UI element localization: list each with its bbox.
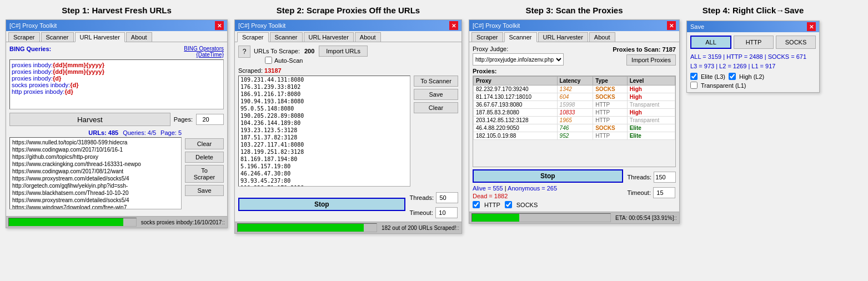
table-row: 46.4.88.220:9050 746 SOCKS Elite xyxy=(474,124,675,132)
step2-titlebar: [C#] Proxy Toolkit ✕ xyxy=(235,20,461,31)
step3-timeout-row: Timeout: xyxy=(628,187,676,198)
step1-url-list[interactable]: https://www.nulled.to/topic/318980-599:h… xyxy=(9,137,182,209)
tab-scanner-1[interactable]: Scanner xyxy=(41,32,74,42)
tab-about-2[interactable]: About xyxy=(355,32,381,42)
step3-resize-grip: :: xyxy=(674,215,677,221)
to-scraper-button[interactable]: To Scraper xyxy=(185,165,224,183)
transparent-filter-checkbox[interactable] xyxy=(690,82,698,89)
stop-button-2[interactable]: Stop xyxy=(238,198,405,211)
step2-main: 109.231.44.131:8080 176.31.239.33:8102 1… xyxy=(238,76,458,187)
http-checkbox[interactable] xyxy=(473,201,480,208)
save-http-button[interactable]: HTTP xyxy=(734,36,774,49)
delete-button[interactable]: Delete xyxy=(185,152,224,163)
scraped-count: 13187 xyxy=(264,67,282,74)
step2-threads-row: Threads: xyxy=(410,192,458,203)
timeout-input-3[interactable] xyxy=(653,187,675,198)
step2-container: Step 2: Scrape Proxies Off the URLs [C#]… xyxy=(234,6,462,234)
step3-bottom: Stop Alive = 555 | Anonymous = 265 Dead … xyxy=(473,169,676,208)
datetime-link[interactable]: {DateTime} xyxy=(196,52,224,58)
elite-filter-checkbox[interactable] xyxy=(690,73,698,80)
save-button-1[interactable]: Save xyxy=(185,185,224,196)
step1-actions: Clear Delete To Scraper Save xyxy=(185,138,224,213)
queries-label: BING Queries: xyxy=(9,46,51,52)
clear-button-2[interactable]: Clear xyxy=(414,102,458,113)
protocol-checkboxes: HTTP SOCKS xyxy=(473,201,623,208)
save-all-button[interactable]: ALL xyxy=(690,36,731,49)
step1-queries-header: BING Queries: BING Operators {DateTime} xyxy=(9,46,224,58)
step1-statusbar: socks proxies inbody:16/10/2017 :: xyxy=(6,216,227,228)
step1-resize-grip: :: xyxy=(222,219,225,225)
alive-stat: Alive = 555 xyxy=(473,185,503,192)
step4-close-btn[interactable]: ✕ xyxy=(807,22,816,31)
proxies-to-scan: Proxies to Scan: 7187 xyxy=(613,46,676,53)
step4-window-title: Save xyxy=(690,23,704,30)
list-item: 95.0.55.148:8080 xyxy=(239,105,410,112)
tab-scraper-3[interactable]: Scraper xyxy=(471,32,503,42)
step2-timeout-row: Timeout: xyxy=(410,207,458,218)
save-socks-button[interactable]: SOCKS xyxy=(776,36,816,49)
step1-progress-container xyxy=(8,218,137,227)
import-proxies-button[interactable]: Import Proxies xyxy=(626,54,676,66)
threads-input-3[interactable] xyxy=(654,172,676,183)
step2-proxy-list[interactable]: 109.231.44.131:8080 176.31.239.33:8102 1… xyxy=(238,76,410,187)
list-item: 186.91.216.17:8080 xyxy=(239,91,410,98)
transparent-filter-label: Transparent (L1) xyxy=(701,82,746,89)
tab-url-harvester-1[interactable]: URL Harvester xyxy=(75,32,125,42)
save-button-2[interactable]: Save xyxy=(414,89,458,100)
step1-queries-box[interactable]: proxies inbody:{dd}{mmm}{yyyy} proxies i… xyxy=(9,59,224,109)
urls-to-scrape-row: URLs To Scrape: 200 Import URLs xyxy=(254,46,458,57)
stop-button-3[interactable]: Stop xyxy=(473,169,623,183)
step3-titlebar: [C#] Proxy Toolkit ✕ xyxy=(469,20,679,31)
step3-left: Stop Alive = 555 | Anonymous = 265 Dead … xyxy=(473,169,623,208)
step2-actions-col: To Scanner Save Clear xyxy=(414,76,458,187)
list-item: https://www.crackingking.com/thread-1633… xyxy=(11,160,180,168)
to-scanner-button[interactable]: To Scanner xyxy=(414,76,458,87)
list-item: https://www.windows7download.com/free-wi… xyxy=(11,204,180,209)
auto-scan-checkbox[interactable] xyxy=(265,57,272,64)
query-item-1: proxies inbody:{dd}{mmm}{yyyy} xyxy=(12,62,222,68)
timeout-input-2[interactable] xyxy=(435,207,458,218)
step3-statusbar: ETA: 00:05:54 [33.91%] :: xyxy=(469,212,679,223)
bing-operators-link[interactable]: BING Operators xyxy=(184,46,224,52)
socks-checkbox[interactable] xyxy=(505,201,512,208)
col-type: Type xyxy=(593,77,628,86)
elite-filter-label: Elite (L3) xyxy=(701,73,725,80)
question-button[interactable]: ? xyxy=(238,46,250,58)
tab-scraper-2[interactable]: Scraper xyxy=(237,32,269,42)
import-urls-button[interactable]: Import URLs xyxy=(319,46,368,57)
tab-scraper-1[interactable]: Scraper xyxy=(8,32,40,42)
step1-status-text: socks proxies inbody:16/10/2017 xyxy=(141,219,222,225)
dead-stat-row: Dead = 1882 xyxy=(473,193,623,199)
step1-window-title: [C#] Proxy Toolkit xyxy=(9,22,57,29)
harvest-button[interactable]: Harvest xyxy=(9,113,170,126)
step2-progress-container xyxy=(237,223,377,232)
step2-close-btn[interactable]: ✕ xyxy=(449,21,458,30)
threads-input-2[interactable] xyxy=(436,192,458,203)
step3-close-btn[interactable]: ✕ xyxy=(667,21,676,30)
scraped-row: Scraped: 13187 xyxy=(238,67,458,74)
col-latency: Latency xyxy=(557,77,593,86)
tab-about-1[interactable]: About xyxy=(126,32,152,42)
step1-harvest-row: Harvest Pages: xyxy=(9,113,224,126)
list-item: 109.231.44.131:8080 xyxy=(239,76,410,83)
list-item: https://www.codingwap.com/2017/08/12/wan… xyxy=(11,168,180,175)
clear-button-1[interactable]: Clear xyxy=(185,138,224,149)
tab-scanner-2[interactable]: Scanner xyxy=(270,32,303,42)
filter-row-2: Transparent (L1) xyxy=(690,82,816,89)
urls-to-scrape-label: URLs To Scrape: xyxy=(254,48,300,54)
proxy-judge-select[interactable]: http://proxyjudge.info/azenv.php xyxy=(473,53,564,66)
list-item: 176.31.239.33:8102 xyxy=(239,83,410,91)
high-filter-checkbox[interactable] xyxy=(729,73,736,80)
step2-tabs: Scraper Scanner URL Harvester About xyxy=(235,31,461,42)
tab-about-3[interactable]: About xyxy=(589,32,615,42)
col-proxy: Proxy xyxy=(474,77,558,86)
proxy-table-container[interactable]: Proxy Latency Type Level 82.232.97.170:3… xyxy=(473,76,676,167)
step1-close-btn[interactable]: ✕ xyxy=(215,21,224,30)
list-item: 193.23.123.5:3128 xyxy=(239,127,410,134)
tab-url-harvester-2[interactable]: URL Harvester xyxy=(304,32,354,42)
pages-input[interactable] xyxy=(196,114,224,125)
tab-url-harvester-3[interactable]: URL Harvester xyxy=(538,32,588,42)
step2-body: ? URLs To Scrape: 200 Import URLs Auto-S… xyxy=(235,42,461,222)
step3-title: Step 3: Scan the Proxies xyxy=(525,6,623,15)
tab-scanner-3[interactable]: Scanner xyxy=(504,32,537,42)
